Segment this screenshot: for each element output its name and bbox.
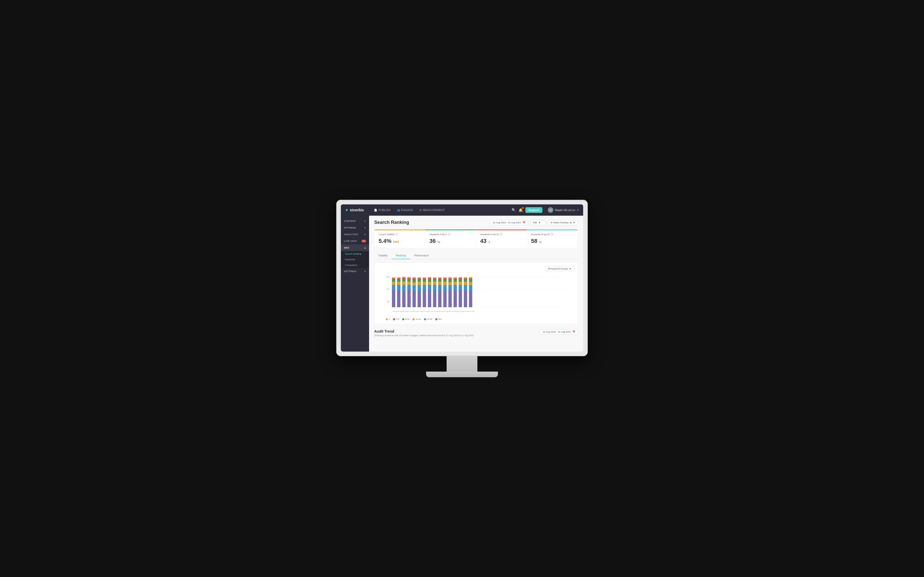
chart-svg: 268 179 89	[378, 274, 574, 315]
svg-rect-57	[433, 279, 436, 282]
content-area: Search Ranking 01 Aug 2023 - 31 Aug 2023…	[369, 216, 583, 351]
chart-legend: 1 2-5 6-10	[378, 318, 574, 320]
svg-text:05 Aug: 05 Aug	[403, 311, 407, 312]
user-name: Maple hill.uni.cn	[555, 208, 575, 211]
user-menu[interactable]: M Maple hill.uni.cn ▼	[548, 207, 579, 213]
svg-rect-36	[412, 291, 416, 307]
svg-rect-87	[459, 279, 462, 282]
chart-container: All Keyword Groups ▼ 268 179 89	[374, 262, 578, 324]
sidebar-sub-keywords[interactable]: Keywords	[341, 257, 369, 262]
logo: ✦ sinorbis	[345, 208, 364, 213]
chevron-icon: ▼	[364, 227, 366, 229]
svg-rect-51	[428, 279, 431, 282]
property-label: NIB	[533, 221, 537, 224]
logo-icon: ✦	[345, 208, 348, 213]
bar-chart: 268 179 89	[378, 274, 574, 316]
svg-rect-43	[423, 277, 426, 278]
svg-rect-52	[428, 282, 431, 285]
sidebar-item-content[interactable]: CONTENT ▼	[341, 218, 369, 224]
nav-engage-label: ENGAGE	[401, 208, 413, 211]
svg-rect-44	[423, 278, 426, 280]
stat-card-top30: Keywords in top 30 i 58 +5	[527, 229, 578, 248]
search-icon[interactable]: 🔍	[512, 208, 516, 212]
svg-text:01 Aug: 01 Aug	[393, 311, 397, 312]
svg-text:13 Aug: 13 Aug	[423, 311, 428, 312]
stat-label: Keywords in top 30 i	[531, 233, 573, 236]
sidebar-item-optimise[interactable]: OPTIMISE ▼	[341, 224, 369, 231]
card-border	[425, 229, 476, 230]
stat-change: -1	[488, 241, 490, 243]
svg-rect-97	[469, 277, 472, 278]
svg-rect-22	[402, 282, 405, 285]
legend-dot	[402, 318, 404, 320]
sidebar-item-settings[interactable]: SETTINGS ▼	[341, 268, 369, 275]
svg-rect-11	[392, 285, 395, 290]
legend-rank-11-20: 11-20	[412, 318, 421, 320]
svg-rect-39	[418, 280, 421, 282]
info-icon[interactable]: i	[395, 233, 398, 236]
calendar-icon: 📅	[523, 221, 525, 224]
svg-text:21 Aug: 21 Aug	[444, 311, 449, 312]
svg-rect-38	[418, 278, 421, 280]
svg-rect-82	[454, 282, 457, 285]
svg-rect-69	[443, 280, 447, 282]
sidebar-item-analytics[interactable]: ANALYTICS ▼	[341, 231, 369, 238]
chevron-icon: ▼	[364, 220, 366, 222]
tab-ranking[interactable]: Ranking	[392, 252, 410, 259]
svg-rect-27	[407, 279, 411, 282]
svg-text:03 Aug: 03 Aug	[397, 311, 402, 312]
nav-measurement[interactable]: ⚙ MEASUREMENT	[417, 207, 447, 213]
svg-text:19 Aug: 19 Aug	[439, 311, 444, 312]
support-button[interactable]: Support	[525, 207, 542, 213]
tab-visibility[interactable]: Visibility	[374, 252, 392, 259]
property-select[interactable]: NIB ▼	[530, 220, 546, 225]
svg-rect-53	[428, 285, 431, 290]
sidebar-sub-competitors[interactable]: Competitors	[341, 262, 369, 268]
legend-dot	[435, 318, 437, 320]
measurement-icon: ⚙	[419, 209, 422, 211]
chevron-down-icon: ▼	[573, 221, 575, 224]
notification-icon[interactable]: 🔔	[519, 208, 523, 212]
svg-rect-21	[402, 279, 405, 282]
stat-card-top10: Keywords in top 10 i 43 -1	[476, 229, 527, 248]
nav-right: 🔍 🔔 Support M Maple hill.uni.cn ▼	[512, 207, 579, 213]
svg-rect-92	[464, 278, 467, 280]
legend-rank-1: 1	[386, 318, 390, 320]
svg-text:17 Aug: 17 Aug	[433, 311, 438, 312]
svg-rect-16	[397, 282, 401, 285]
sidebar-item-seo[interactable]: SEO ▲	[341, 244, 369, 251]
avatar: M	[548, 207, 553, 213]
svg-rect-100	[469, 282, 472, 285]
monitor-stand-base	[426, 372, 498, 377]
audit-date-picker[interactable]: 01 Aug 2023 - 31 Aug 2023 📅	[540, 329, 578, 334]
svg-rect-79	[454, 277, 457, 278]
keyword-groups-dropdown[interactable]: All Keyword Groups ▼	[545, 266, 574, 271]
sidebar-item-live-chat[interactable]: LIVE CHAT 🔒	[341, 238, 369, 244]
svg-rect-101	[469, 285, 472, 291]
date-range-picker[interactable]: 01 Aug 2023 - 31 Aug 2023 📅	[490, 220, 528, 225]
info-icon[interactable]: i	[551, 233, 553, 236]
svg-text:25 Aug: 25 Aug	[454, 311, 459, 312]
device-select[interactable]: ⚙ Baidu Desktop 🖥 ▼	[548, 220, 578, 225]
svg-rect-66	[438, 290, 441, 307]
tab-performance[interactable]: Performance	[410, 252, 433, 259]
date-range-text: 01 Aug 2023 - 31 Aug 2023	[493, 221, 521, 224]
info-icon[interactable]: i	[500, 233, 502, 236]
svg-rect-24	[402, 291, 405, 307]
nav-engage[interactable]: 👥 ENGAGE	[394, 207, 416, 213]
svg-rect-91	[464, 277, 467, 278]
sidebar-sub-search-ranking[interactable]: Search Ranking	[341, 251, 369, 257]
svg-rect-55	[433, 277, 436, 278]
info-icon[interactable]: i	[448, 233, 451, 236]
stat-label: Keywords in top 10 i	[480, 233, 523, 236]
svg-rect-75	[448, 280, 452, 282]
svg-rect-33	[412, 280, 416, 282]
chevron-icon: ▼	[364, 234, 366, 236]
svg-rect-80	[454, 278, 457, 280]
audit-date-text: 01 Aug 2023 - 31 Aug 2023	[543, 330, 571, 333]
svg-text:15 Aug: 15 Aug	[428, 311, 433, 312]
svg-rect-68	[443, 278, 447, 280]
nav-publish[interactable]: 📄 PUBLISH	[372, 207, 393, 213]
main-layout: CONTENT ▼ OPTIMISE ▼ ANALYTICS ▼ LIVE CH…	[341, 216, 583, 351]
svg-rect-86	[459, 278, 462, 279]
